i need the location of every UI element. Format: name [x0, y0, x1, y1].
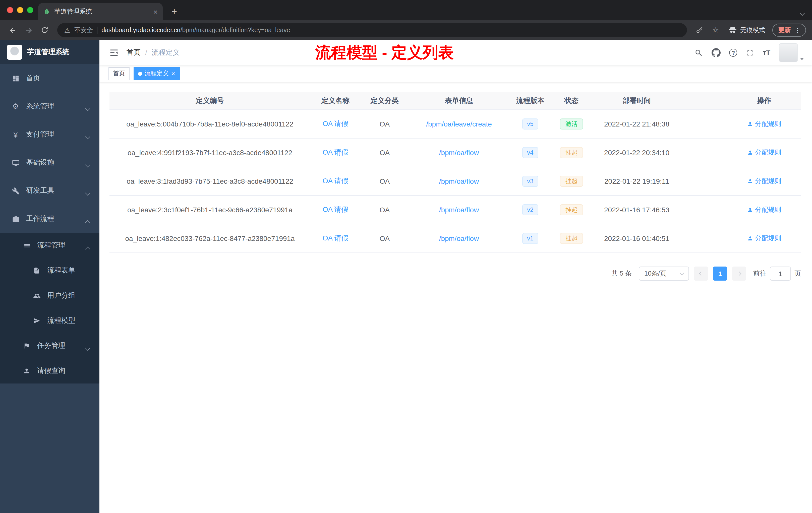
hamburger-icon[interactable] [110, 48, 118, 57]
definition-name-link[interactable]: OA 请假 [323, 148, 348, 156]
pagination-total: 共 5 条 [611, 269, 632, 278]
browser-tab[interactable]: 芋道管理系统 × [38, 3, 163, 20]
fixed-column-divider [727, 92, 727, 253]
sidebar-item-infrastructure[interactable]: 基础设施 [0, 149, 99, 177]
sidebar-item-payment[interactable]: ¥ 支付管理 [0, 120, 99, 149]
sidebar-item-dev-tools[interactable]: 研发工具 [0, 177, 99, 205]
browser-menu-icon[interactable]: ⋮ [794, 27, 801, 33]
fullscreen-icon[interactable] [746, 49, 754, 57]
tab-close-icon[interactable]: × [153, 8, 158, 15]
url-field[interactable]: ⚠ 不安全 dashboard.yudao.iocoder.cn/bpm/man… [57, 23, 687, 37]
sidebar-item-user-group[interactable]: 用户分组 [0, 283, 99, 308]
help-icon[interactable]: ? [729, 49, 737, 57]
chevron-down-icon [86, 104, 89, 112]
definition-name-link[interactable]: OA 请假 [323, 234, 348, 242]
table-header: 定义编号 定义名称 定义分类 表单信息 流程版本 状态 部署时间 操作 [110, 92, 801, 110]
definition-id: oa_leave:4:991f2193-7b7f-11ec-a3c8-acde4… [110, 149, 310, 157]
sidebar-item-process-model[interactable]: 流程模型 [0, 308, 99, 333]
goto-label: 前往 [753, 269, 766, 278]
definition-category: OA [360, 120, 409, 128]
deploy-time: 2022-01-22 19:19:11 [591, 177, 682, 185]
form-link[interactable]: /bpm/oa/flow [439, 177, 479, 185]
sidebar-item-label: 任务管理 [37, 341, 65, 350]
breadcrumb-home[interactable]: 首页 [126, 48, 141, 57]
reload-button[interactable] [38, 24, 51, 37]
security-label[interactable]: 不安全 [74, 26, 93, 34]
tag-process-definition[interactable]: 流程定义 × [134, 67, 179, 80]
form-link[interactable]: /bpm/oa/leave/create [426, 120, 492, 128]
col-definition-category: 定义分类 [360, 96, 409, 105]
status-badge: 挂起 [560, 175, 583, 187]
table-row: oa_leave:2:3c1f0ef1-76b1-11ec-9c66-a2380… [110, 196, 801, 224]
sidebar-item-label: 首页 [26, 74, 40, 83]
assign-rule-button[interactable]: 分配规则 [747, 148, 781, 157]
version-tag: v5 [522, 118, 538, 130]
form-link[interactable]: /bpm/oa/flow [439, 234, 479, 242]
col-deploy-time: 部署时间 [591, 96, 682, 105]
security-warning-icon[interactable]: ⚠ [64, 26, 70, 34]
assign-rule-button[interactable]: 分配规则 [747, 177, 781, 186]
tag-close-icon[interactable]: × [171, 70, 175, 77]
top-navbar: 首页 / 流程定义 ? TT [99, 40, 812, 65]
version-tag: v1 [522, 233, 538, 244]
zoom-window-button[interactable] [27, 7, 33, 13]
github-icon[interactable] [712, 48, 721, 57]
assign-rule-button[interactable]: 分配规则 [747, 119, 781, 128]
assign-rule-button[interactable]: 分配规则 [747, 205, 781, 214]
form-link[interactable]: /bpm/oa/flow [439, 149, 479, 157]
form-link[interactable]: /bpm/oa/flow [439, 206, 479, 214]
font-size-icon[interactable]: TT [763, 49, 770, 57]
goto-page-input[interactable] [770, 267, 791, 280]
page-unit-label: 页 [794, 269, 801, 278]
sidebar-item-system[interactable]: ⚙ 系统管理 [0, 92, 99, 120]
definition-name-link[interactable]: OA 请假 [323, 177, 348, 185]
logo-title: 芋道管理系统 [27, 48, 69, 57]
definition-name-link[interactable]: OA 请假 [323, 119, 348, 127]
chevron-down-icon [680, 271, 684, 275]
app-root: 芋道管理系统 首页 ⚙ 系统管理 ¥ 支付管理 [0, 40, 812, 513]
assign-rule-button[interactable]: 分配规则 [747, 234, 781, 243]
bookmark-star-icon[interactable]: ☆ [709, 24, 722, 37]
sidebar-item-leave-query[interactable]: 请假查询 [0, 358, 99, 384]
close-window-button[interactable] [7, 7, 13, 13]
deploy-time: 2022-01-16 01:40:51 [591, 234, 682, 242]
prev-page-button[interactable] [694, 267, 708, 280]
sidebar-item-task-management[interactable]: 任务管理 [0, 333, 99, 358]
logo-avatar [7, 45, 22, 60]
tab-search-icon[interactable] [801, 8, 804, 17]
active-tag-dot [138, 71, 142, 76]
page-size-select[interactable]: 10条/页 [639, 267, 689, 280]
minimize-window-button[interactable] [17, 7, 23, 13]
search-icon[interactable] [695, 49, 703, 57]
page-number-button[interactable]: 1 [713, 267, 727, 280]
deploy-time: 2022-01-22 21:48:38 [591, 120, 682, 128]
page-url[interactable]: dashboard.yudao.iocoder.cn/bpm/manager/d… [102, 27, 290, 34]
sidebar-item-workflow[interactable]: 工作流程 [0, 205, 99, 233]
definition-id: oa_leave:5:004b710b-7b8a-11ec-8ef0-acde4… [110, 120, 310, 128]
sidebar-item-home[interactable]: 首页 [0, 64, 99, 92]
password-key-icon[interactable] [693, 24, 706, 37]
tab-strip: 芋道管理系统 × + [0, 0, 812, 20]
forward-button[interactable] [22, 24, 35, 37]
definition-name-link[interactable]: OA 请假 [323, 205, 348, 213]
sidebar-item-process-management[interactable]: 流程管理 [0, 233, 99, 258]
avatar[interactable] [779, 43, 798, 62]
update-label: 更新 [778, 26, 791, 34]
new-tab-button[interactable]: + [168, 5, 181, 18]
definition-table: 定义编号 定义名称 定义分类 表单信息 流程版本 状态 部署时间 操作 oa_l… [110, 92, 801, 253]
definition-id: oa_leave:3:1fad3d93-7b75-11ec-a3c8-acde4… [110, 177, 310, 185]
incognito-badge: 无痕模式 [728, 26, 765, 35]
chrome-update-button[interactable]: 更新 ⋮ [772, 24, 806, 37]
person-icon [747, 207, 753, 213]
caret-down-icon [800, 58, 804, 60]
sidebar-logo[interactable]: 芋道管理系统 [0, 40, 99, 64]
next-page-button[interactable] [732, 267, 746, 280]
browser-window: 芋道管理系统 × + ⚠ 不安全 dashboard.yudao.iocoder… [0, 0, 812, 513]
sidebar-item-process-form[interactable]: 流程表单 [0, 258, 99, 283]
tag-home[interactable]: 首页 [109, 67, 129, 80]
page-content: 定义编号 定义名称 定义分类 表单信息 流程版本 状态 部署时间 操作 oa_l… [99, 82, 812, 280]
user-menu[interactable] [779, 43, 804, 62]
back-button[interactable] [6, 24, 19, 37]
deploy-time: 2022-01-16 17:46:53 [591, 206, 682, 214]
tab-title: 芋道管理系统 [54, 7, 149, 16]
